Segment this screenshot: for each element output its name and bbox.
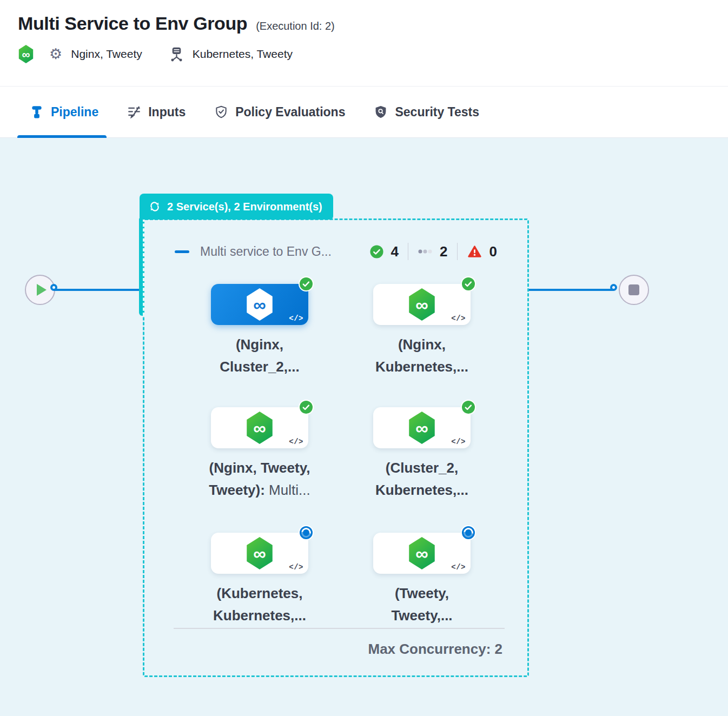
stage-group-box: Multi service to Env G... 4 bbox=[143, 218, 529, 677]
pipeline-execution-page: Multi Service to Env Group (Execution Id… bbox=[0, 0, 728, 716]
matrix-node-cell: ∞ </> (Cluster_2, Kubernetes,... bbox=[346, 407, 498, 501]
stage-name[interactable]: Multi service to Env G... bbox=[200, 244, 369, 259]
node-label: (Nginx, Tweety, Tweety): Multi... bbox=[184, 457, 335, 501]
services-list: Nginx, Tweety bbox=[71, 48, 142, 61]
success-badge-icon bbox=[461, 400, 476, 415]
environments-icon bbox=[169, 47, 184, 62]
connector-dot-right bbox=[610, 284, 617, 291]
matrix-node-cell: ∞ </> (Kubernetes, Kubernetes,... bbox=[184, 533, 335, 627]
tab-policy-evaluations[interactable]: Policy Evaluations bbox=[214, 87, 345, 137]
success-badge-icon bbox=[299, 276, 314, 291]
running-spinner-icon bbox=[299, 525, 314, 540]
matrix-node-cell: ∞ </> (Tweety, Tweety,... bbox=[346, 533, 498, 627]
check-circle-icon bbox=[369, 244, 384, 259]
max-concurrency-label: Max Concurrency: 2 bbox=[368, 641, 502, 658]
tab-inputs[interactable]: Inputs bbox=[127, 87, 186, 137]
stage-footer-divider bbox=[174, 628, 505, 629]
success-badge-icon bbox=[299, 400, 314, 415]
loop-icon bbox=[148, 200, 161, 213]
services-environments-badge: 2 Service(s), 2 Environment(s) bbox=[140, 194, 333, 220]
code-icon: </> bbox=[289, 563, 303, 572]
tab-security-tests[interactable]: Security Tests bbox=[374, 87, 479, 137]
node-card[interactable]: ∞ </> bbox=[373, 284, 471, 325]
node-label: (Kubernetes, Kubernetes,... bbox=[184, 582, 335, 627]
running-dots-icon bbox=[418, 245, 433, 258]
execution-id: (Execution Id: 2) bbox=[256, 20, 335, 32]
header-meta-row: ∞ ⚙ Nginx, Tweety Kubernetes, Tweety bbox=[18, 45, 710, 63]
node-card[interactable]: ∞ </> bbox=[211, 533, 308, 574]
pipeline-icon bbox=[30, 105, 44, 119]
inputs-icon bbox=[127, 105, 141, 119]
harness-step-icon: ∞ bbox=[407, 537, 436, 569]
node-label: (Tweety, Tweety,... bbox=[346, 582, 498, 627]
shield-search-icon bbox=[374, 105, 388, 119]
services-gear-icon: ⚙ bbox=[49, 45, 62, 63]
node-label: (Nginx, Kubernetes,... bbox=[346, 334, 498, 378]
node-card[interactable]: ∞ </> bbox=[211, 284, 308, 325]
code-icon: </> bbox=[289, 437, 303, 446]
pipeline-end-node[interactable] bbox=[619, 275, 649, 305]
success-badge-icon bbox=[461, 276, 476, 291]
count-separator bbox=[457, 243, 458, 260]
shield-check-icon bbox=[214, 105, 228, 119]
harness-logo-icon: ∞ bbox=[18, 45, 34, 63]
node-label: (Cluster_2, Kubernetes,... bbox=[346, 457, 498, 501]
app-header: Multi Service to Env Group (Execution Id… bbox=[0, 0, 728, 87]
page-title: Multi Service to Env Group bbox=[18, 13, 247, 34]
code-icon: </> bbox=[451, 437, 466, 446]
node-label: (Nginx, Cluster_2,... bbox=[184, 334, 335, 378]
warning-triangle-icon bbox=[467, 244, 482, 259]
matrix-node-cell: ∞ </> (Nginx, Kubernetes,... bbox=[346, 284, 498, 378]
harness-step-icon: ∞ bbox=[245, 288, 274, 321]
matrix-node-cell: ∞ </> (Nginx, Cluster_2,... bbox=[184, 284, 335, 378]
matrix-node-cell: ∞ </> (Nginx, Tweety, Tweety): Multi... bbox=[184, 407, 335, 501]
harness-step-icon: ∞ bbox=[407, 412, 436, 444]
pipeline-start-node[interactable] bbox=[25, 275, 55, 305]
running-count: 2 bbox=[440, 243, 447, 260]
tab-pipeline-label: Pipeline bbox=[51, 105, 98, 120]
count-separator bbox=[408, 243, 408, 260]
group-left-strip bbox=[139, 218, 144, 316]
code-icon: </> bbox=[289, 314, 303, 323]
collapse-stage-button[interactable] bbox=[175, 250, 189, 253]
node-card[interactable]: ∞ </> bbox=[211, 407, 308, 448]
environments-list: Kubernetes, Tweety bbox=[193, 48, 293, 61]
play-icon bbox=[37, 284, 47, 296]
tab-bar: Pipeline Inputs Policy Eval bbox=[0, 87, 728, 138]
stage-header: Multi service to Env G... 4 bbox=[175, 240, 497, 263]
harness-step-icon: ∞ bbox=[245, 537, 274, 569]
harness-step-icon: ∞ bbox=[407, 288, 436, 321]
failed-count: 0 bbox=[489, 243, 497, 260]
connector-line-left bbox=[54, 289, 140, 291]
node-card[interactable]: ∞ </> bbox=[373, 407, 471, 448]
harness-step-icon: ∞ bbox=[245, 412, 274, 444]
tab-policy-evaluations-label: Policy Evaluations bbox=[235, 105, 345, 120]
connector-dot-left bbox=[50, 284, 57, 291]
node-card[interactable]: ∞ </> bbox=[373, 533, 471, 574]
running-spinner-icon bbox=[461, 525, 476, 540]
tab-pipeline[interactable]: Pipeline bbox=[30, 87, 98, 137]
stop-icon bbox=[628, 284, 639, 295]
connector-line-right bbox=[529, 289, 614, 291]
success-count: 4 bbox=[391, 243, 399, 260]
pipeline-canvas: 2 Service(s), 2 Environment(s) Multi ser… bbox=[0, 138, 728, 716]
code-icon: </> bbox=[451, 563, 466, 572]
services-environments-badge-label: 2 Service(s), 2 Environment(s) bbox=[167, 201, 322, 213]
title-row: Multi Service to Env Group (Execution Id… bbox=[18, 13, 710, 34]
tab-security-tests-label: Security Tests bbox=[395, 105, 479, 120]
tab-inputs-label: Inputs bbox=[148, 105, 186, 120]
stage-status-counts: 4 2 bbox=[369, 243, 497, 260]
code-icon: </> bbox=[451, 314, 466, 323]
